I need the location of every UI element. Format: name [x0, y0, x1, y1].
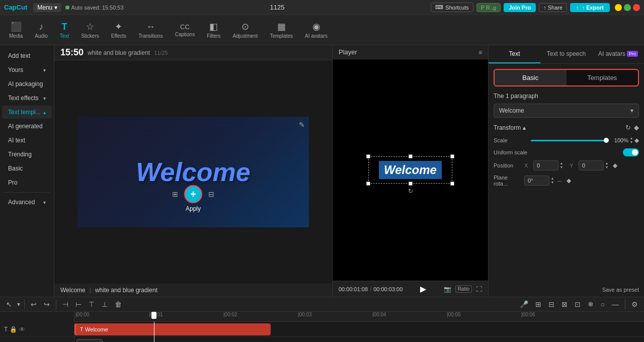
tool-adjustment[interactable]: ⊙ Adjustment [227, 19, 263, 41]
template-add-button[interactable]: + [184, 185, 202, 203]
selection-handle-bm[interactable] [409, 182, 413, 186]
shortcuts-button[interactable]: ⌨ Shortcuts [431, 3, 473, 12]
sidebar-item-ai-packaging[interactable]: AI packaging [2, 77, 52, 91]
delete-button[interactable]: 🗑 [113, 299, 124, 309]
bt-tab-basic[interactable]: Basic [495, 70, 567, 86]
scale-slider-thumb[interactable] [604, 138, 609, 143]
export-button[interactable]: ↑ ↑ Export [570, 3, 610, 12]
sidebar-item-basic[interactable]: Basic [2, 162, 52, 175]
player-menu-icon[interactable]: ≡ [478, 49, 482, 56]
position-x-input[interactable] [533, 160, 558, 170]
selection-handle-tm[interactable] [409, 154, 413, 158]
cover-clip[interactable]: 📖 Cover [76, 339, 103, 342]
emoji-button[interactable]: ○ [599, 299, 607, 309]
trim-left-button[interactable]: ⊤ [87, 299, 97, 309]
join-pro-button[interactable]: Join Pro [504, 3, 536, 12]
uniform-scale-toggle[interactable] [623, 148, 639, 156]
bt-tab-templates[interactable]: Templates [567, 70, 638, 86]
plane-diamond-icon[interactable]: ◆ [567, 177, 571, 184]
transform-collapse-icon[interactable]: ▴ [523, 124, 526, 131]
player-canvas: Welcome ↻ [333, 59, 488, 281]
welcome-clip[interactable]: T Welcome [74, 323, 271, 335]
paragraph-value: Welcome [499, 107, 630, 114]
sidebar-item-ai-text[interactable]: AI text [2, 134, 52, 147]
split-button[interactable]: ⊣ [60, 299, 70, 309]
redo-button[interactable]: ↪ [42, 299, 52, 309]
sidebar-item-text-effects[interactable]: Text effects ▾ [2, 92, 52, 105]
link-button[interactable]: ⊡ [573, 299, 583, 309]
menu-button[interactable]: Menu ▾ [33, 3, 61, 12]
cursor-chevron-icon[interactable]: ▾ [17, 301, 20, 308]
pos-x-stepper[interactable]: ▴ ▾ [560, 161, 562, 169]
tool-media[interactable]: ⬛ Media [4, 19, 28, 41]
paragraph-title: The 1 paragraph [494, 93, 639, 100]
selection-handle-tr[interactable] [450, 154, 454, 158]
tool-ai-avatars[interactable]: ◉ AI avatars [300, 19, 333, 41]
selection-handle-br[interactable] [450, 182, 454, 186]
player-title: Player [339, 48, 357, 56]
tool-filters[interactable]: ◧ Filters [202, 19, 225, 41]
template-resize-left-icon[interactable]: ⊞ [172, 190, 178, 198]
plane-rotation-input[interactable] [524, 176, 549, 186]
chevron-down-icon: ▾ [43, 67, 46, 73]
mic-button[interactable]: 🎤 [518, 299, 530, 309]
play-button[interactable]: ▶ [420, 284, 426, 294]
sidebar-item-add-text[interactable]: Add text [2, 49, 52, 62]
playhead[interactable] [154, 312, 159, 321]
selection-handle-bl[interactable] [366, 182, 370, 186]
position-diamond-icon[interactable]: ◆ [613, 162, 617, 169]
sidebar-item-trending[interactable]: Trending [2, 148, 52, 161]
position-label: Position [494, 162, 521, 168]
tool-captions[interactable]: CC Captions [170, 21, 200, 39]
connect-button[interactable]: ⊟ [546, 299, 556, 309]
minimize-button[interactable] [615, 4, 622, 11]
trim-right-button[interactable]: ⊥ [100, 299, 110, 309]
eye-icon[interactable]: 👁 [19, 326, 25, 333]
transform-reset-icon[interactable]: ↻ [625, 124, 631, 131]
tool-transitions[interactable]: ↔ Transitions [133, 20, 168, 41]
tool-templates[interactable]: ▦ Templates [265, 19, 298, 41]
share-button[interactable]: ↑ Share [539, 3, 567, 12]
connect-right-button[interactable]: ⊠ [559, 299, 570, 309]
sidebar-item-pro[interactable]: Pro [2, 176, 52, 189]
tool-stickers[interactable]: ☆ Stickers [76, 19, 104, 41]
edit-icon[interactable]: ✎ [299, 121, 305, 129]
sidebar-item-text-templates[interactable]: Text templ... ▴ [2, 106, 52, 119]
cursor-tool-button[interactable]: ↖ [4, 299, 14, 309]
scale-slider[interactable] [531, 140, 606, 141]
pos-y-stepper[interactable]: ▴ ▾ [606, 161, 608, 169]
transform-diamond-icon[interactable]: ◆ [634, 124, 639, 131]
position-y-input[interactable] [579, 160, 604, 170]
tool-effects[interactable]: ✦ Effects [106, 19, 131, 41]
freeze-button[interactable]: ❄ [586, 299, 596, 309]
close-button[interactable] [633, 4, 640, 11]
tab-text-to-speech[interactable]: Text to speech [540, 45, 592, 63]
plane-stepper[interactable]: ▴ ▾ [551, 177, 553, 185]
fullscreen-icon[interactable]: ⛶ [476, 286, 482, 293]
tab-ai-avatars[interactable]: AI avatars Pro [592, 45, 644, 63]
sidebar-item-advanced[interactable]: Advanced ▾ [2, 196, 52, 209]
scale-stepper[interactable]: ▴ ▾ [630, 136, 632, 144]
template-resize-right-icon[interactable]: ⊟ [208, 190, 214, 198]
dash-button[interactable]: — [610, 299, 621, 309]
tool-text[interactable]: T Text [55, 20, 74, 41]
lock-icon[interactable]: 🔒 [10, 326, 17, 333]
rotate-handle[interactable]: ↻ [408, 188, 413, 195]
split-right-button[interactable]: ⊢ [73, 299, 84, 309]
camera-icon[interactable]: 📷 [444, 286, 451, 293]
tab-text[interactable]: Text [489, 45, 540, 63]
save-as-preset-button[interactable]: Save as preset [602, 285, 639, 295]
text-track-icon: T [4, 326, 8, 333]
paragraph-dropdown[interactable]: Welcome ▾ [494, 104, 639, 118]
maximize-button[interactable] [624, 4, 631, 11]
selection-handle-tl[interactable] [366, 154, 370, 158]
connect-left-button[interactable]: ⊞ [533, 299, 543, 309]
pro-badge[interactable]: P R..g [476, 3, 501, 12]
settings-button[interactable]: ⚙ [629, 299, 640, 309]
sidebar-item-ai-generated[interactable]: AI generated [2, 120, 52, 133]
ratio-button[interactable]: Ratio [455, 285, 472, 293]
scale-diamond-icon[interactable]: ◆ [634, 137, 639, 144]
tool-audio[interactable]: ♪ Audio [30, 20, 53, 41]
sidebar-item-yours[interactable]: Yours ▾ [2, 63, 52, 76]
undo-button[interactable]: ↩ [29, 299, 39, 309]
